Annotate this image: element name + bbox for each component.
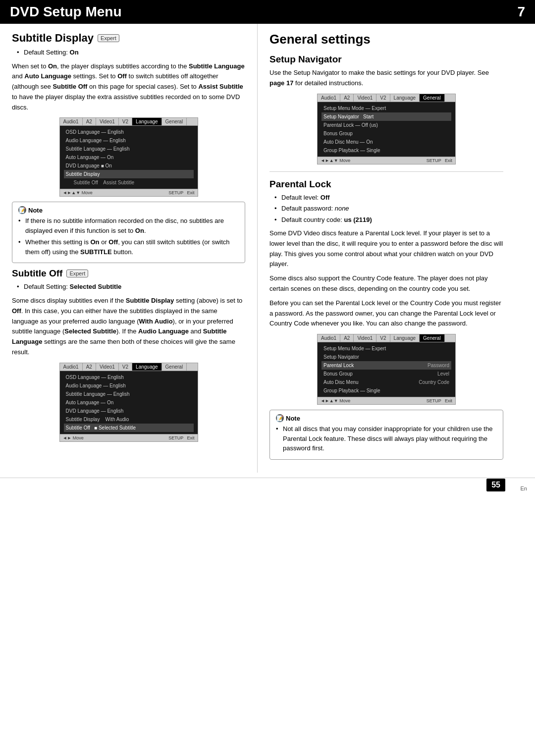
menu-row-osd: OSD Language — English: [64, 128, 194, 136]
dvd-menu-tabs-2: Audio1 A2 Video1 V2 Language General: [60, 363, 198, 371]
parental-para-3: Before you can set the Parental Lock lev…: [269, 298, 503, 329]
subtitle-off-paragraph: Some discs display subtitles even if the…: [12, 296, 245, 358]
tab3-audio1: Audio1: [318, 94, 340, 102]
tab4-v2: V2: [376, 334, 390, 342]
tab3-video1: Video1: [354, 94, 376, 102]
menu3-row-setup-navigator: Setup Navigator Start: [321, 112, 451, 121]
setup-navigator-paragraph: Use the Setup Navigator to make the basi…: [269, 68, 503, 89]
dvd-menu-body-4: Setup Menu Mode — Expert Setup Navigator…: [318, 342, 455, 397]
dvd-menu-screenshot-2: Audio1 A2 Video1 V2 Language General OSD…: [59, 363, 198, 442]
note-list-1: If there is no subtitle information reco…: [18, 216, 239, 257]
note-item-3: Not all discs that you may consider inap…: [276, 424, 497, 453]
tab4-language: Language: [390, 334, 420, 342]
menu-row-subtitle-options: Subtitle Off Assist Subtitle: [64, 178, 194, 187]
parental-lock-section: Parental Lock Default level: Off Default…: [269, 179, 503, 460]
tab2-general: General: [162, 363, 187, 371]
dvd-menu-body-3: Setup Menu Mode — Expert Setup Navigator…: [318, 102, 455, 157]
menu-row-audio: Audio Language — English: [64, 136, 194, 145]
menu2-row-subtitle-off: Subtitle Off ■ Selected Subtitle: [64, 424, 194, 432]
tab4-video1: Video1: [354, 334, 376, 342]
main-content: Subtitle Display Expert Default Setting:…: [0, 24, 535, 473]
tab4-general-active: General: [420, 334, 445, 342]
menu3-row-group-playback: Group Playback — Single: [321, 146, 451, 155]
menu-row-subtitle-lang: Subtitle Language — English: [64, 145, 194, 153]
menu4-row-setup-nav: Setup Navigator: [321, 353, 451, 361]
tab2-audio1: Audio1: [60, 363, 83, 371]
subtitle-off-section: Subtitle Off Expert Default Setting: Sel…: [12, 268, 245, 441]
note-box-1: 📝 Note If there is no subtitle informati…: [12, 202, 245, 263]
menu3-row-setup-mode: Setup Menu Mode — Expert: [321, 104, 451, 112]
default-setting-item: Default Setting: On: [17, 48, 245, 57]
menu3-row-bonus: Bonus Group: [321, 129, 451, 138]
menu-row-subtitle-display: Subtitle Display: [64, 170, 194, 178]
tab2-v2: V2: [119, 363, 132, 371]
parental-bullet-country: Default country code: us (2119): [274, 215, 503, 225]
right-column: General settings Setup Navigator Use the…: [258, 24, 515, 473]
menu4-row-bonus: Bonus Group Level: [321, 370, 451, 378]
dvd-menu-footer-4: ◄►▲▼ Move SETUP Exit: [318, 397, 455, 404]
menu4-row-auto-disc: Auto Disc Menu Country Code: [321, 378, 451, 386]
parental-bullet-password: Default password: none: [274, 204, 503, 214]
subtitle-off-default: Default Setting: Selected Subtitle: [17, 282, 245, 292]
menu3-row-auto-disc: Auto Disc Menu — On: [321, 138, 451, 146]
menu2-row-auto-lang: Auto Language — On: [64, 398, 194, 407]
dvd-menu-footer-3: ◄►▲▼ Move SETUP Exit: [318, 157, 455, 164]
menu4-row-setup-mode: Setup Menu Mode — Expert: [321, 344, 451, 353]
page-title: DVD Setup Menu: [10, 4, 122, 20]
expert-badge: Expert: [98, 34, 119, 42]
menu4-row-parental: Parental Lock Password: [321, 361, 451, 370]
note-box-2: 📝 Note Not all discs that you may consid…: [269, 410, 503, 460]
parental-para-2: Some discs also support the Country Code…: [269, 273, 503, 294]
tab4-audio1: Audio1: [318, 334, 340, 342]
parental-bullet-level: Default level: Off: [274, 193, 503, 203]
note-title-1: 📝 Note: [18, 206, 239, 214]
subtitle-display-paragraph: When set to On, the player displays subt…: [12, 61, 245, 113]
tab3-a2: A2: [340, 94, 354, 102]
menu3-row-parental: Parental Lock — Off (us): [321, 121, 451, 129]
note-item-1: If there is no subtitle information reco…: [18, 216, 239, 235]
left-column: Subtitle Display Expert Default Setting:…: [0, 24, 258, 473]
menu4-row-group-playback: Group Playback — Single: [321, 386, 451, 395]
dvd-menu-body-2: OSD Language — English Audio Language — …: [60, 371, 198, 434]
dvd-menu-footer-1: ◄►▲▼ Move SETUP Exit: [60, 189, 198, 196]
dvd-menu-screenshot-3: Audio1 A2 Video1 V2 Language General Set…: [317, 94, 456, 164]
note-list-2: Not all discs that you may consider inap…: [276, 424, 497, 453]
parental-para-1: Some DVD Video discs feature a Parental …: [269, 228, 503, 270]
subtitle-display-section: Subtitle Display Expert Default Setting:…: [12, 32, 245, 197]
subtitle-display-defaults: Default Setting: On: [17, 48, 245, 57]
menu2-row-dvd-lang: DVD Language — English: [64, 407, 194, 415]
menu2-row-osd: OSD Language — English: [64, 373, 194, 381]
subtitle-off-title: Subtitle Off Expert: [12, 268, 245, 279]
header-bar: DVD Setup Menu 7: [0, 0, 535, 24]
tab-language-active: Language: [132, 118, 162, 125]
tab-video1: Video1: [96, 118, 119, 125]
note-icon-2: 📝: [276, 414, 284, 422]
tab-a2: A2: [83, 118, 96, 125]
menu-row-dvd-lang: DVD Language ■ On: [64, 162, 194, 170]
expert-badge-2: Expert: [66, 270, 88, 277]
dvd-menu-screenshot-1: Audio1 A2 Video1 V2 Language General OSD…: [59, 117, 198, 197]
page-number: 55: [486, 479, 505, 491]
menu2-row-subtitle-lang: Subtitle Language — English: [64, 390, 194, 398]
dvd-menu-tabs-4: Audio1 A2 Video1 V2 Language General: [318, 334, 455, 342]
language-label: En: [521, 486, 527, 491]
parental-lock-title: Parental Lock: [269, 179, 503, 190]
subtitle-display-title: Subtitle Display Expert: [12, 32, 245, 45]
tab2-language-active: Language: [132, 363, 162, 371]
subtitle-off-defaults: Default Setting: Selected Subtitle: [17, 282, 245, 292]
divider-1: [269, 171, 503, 172]
tab2-video1: Video1: [96, 363, 119, 371]
dvd-menu-tabs-1: Audio1 A2 Video1 V2 Language General: [60, 118, 198, 126]
footer: 55 En: [0, 478, 535, 497]
tab3-general-active: General: [420, 94, 445, 102]
tab-general: General: [162, 118, 187, 125]
menu2-row-subtitle-display: Subtitle Display With Audio: [64, 415, 194, 424]
tab-v2: V2: [119, 118, 132, 125]
dvd-menu-screenshot-4: Audio1 A2 Video1 V2 Language General Set…: [317, 334, 456, 405]
tab3-language: Language: [390, 94, 420, 102]
tab3-v2: V2: [376, 94, 390, 102]
tab2-a2: A2: [83, 363, 96, 371]
menu2-row-audio: Audio Language — English: [64, 381, 194, 390]
tab-audio1: Audio1: [60, 118, 83, 125]
page-chapter-number: 7: [517, 4, 525, 20]
